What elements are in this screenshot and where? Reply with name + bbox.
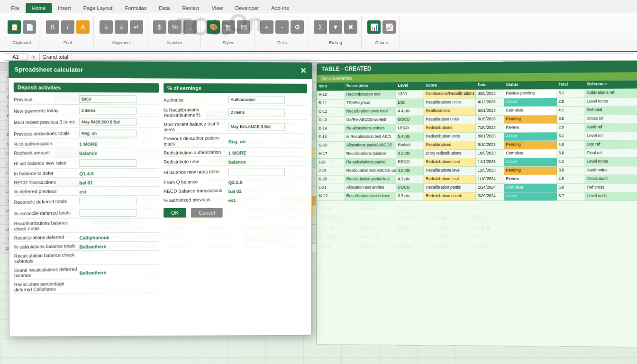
ok-button[interactable]: OK [164,208,186,218]
formula-bar-separator: fx [31,54,36,60]
dialog-row-7: Hi set balance new rates [14,159,159,168]
recent2-input[interactable] [228,123,285,130]
hi-set-input[interactable] [79,159,136,167]
tab-view[interactable]: View [206,3,229,13]
ribbon-content: 📋 📄 Clipboard B I A Font ≡ ≡ ↵ Alignment… [0,13,637,52]
tab-formulas[interactable]: Formulas [119,3,153,13]
dialog-right-row-3: Most recent balance test 3 items [164,121,307,134]
dialog-subsection-title: % of earnings [164,83,307,93]
align-label: Alignment [112,40,131,45]
dialog-right-row-6: Redistribute new balance [164,159,307,166]
col-header-item: Item [317,82,344,91]
edit-icons: Σ ▼ ✖ [314,20,357,34]
dialog-close-icon[interactable]: ✕ [300,66,306,75]
tab-review[interactable]: Review [176,3,206,13]
recalib-input[interactable] [228,109,285,116]
right-data-row: J-19 Reallocation test ABCDE-uu 3.8 pts … [317,166,637,175]
cancel-button[interactable]: Cancel [191,208,222,218]
dialog-body: Deposit activities Previous New payments… [9,78,312,336]
dialog-row-6: Recheck amount balance [14,150,159,157]
right-data-row: K-20 Recalculation partial test 4.1 pts … [317,175,637,184]
auth-input[interactable] [228,96,285,103]
ribbon-group-editing: Σ ▼ ✖ Editing [310,16,362,49]
deductions-input[interactable] [79,129,136,137]
fill-icon[interactable]: ▼ [329,20,342,34]
col-header-status: Status [504,81,557,90]
tab-addins[interactable]: Add-ins [265,3,295,13]
dialog-title: Spreadsheet calculator [15,66,83,73]
excel-ribbon: File Home Insert Page Layout Formulas Da… [0,0,637,52]
dialog-right-row-8: Prom Q balance Q2.5.8 [164,179,307,186]
sum-icon[interactable]: Σ [314,20,327,34]
dialog-right-row-2: % Recalibrations Redistributions % [164,107,307,120]
ribbon-group-font: B I A Font [42,16,94,49]
right-data-row: I-18 Re-calculations partial REGO Redist… [317,158,637,167]
cell-icons: + - ⚙ [260,20,304,34]
formula-bar-content[interactable]: Grand total [39,53,633,61]
cell-reference-box[interactable]: A1 [4,53,27,61]
dialog-row-2: New payments today [14,107,159,117]
align-left-icon[interactable]: ≡ [100,20,113,34]
italic-icon[interactable]: I [61,20,74,34]
right-panel-subtitle: Documentation [320,76,352,81]
watermark-tote: TOte [175,12,233,41]
tab-page-layout[interactable]: Page Layout [77,3,119,13]
dialog-row-17: Grand recalculations deferred balance Be… [14,267,159,280]
dialog-left-col: Deposit activities Previous New payments… [14,82,159,296]
font-label: Font [64,40,72,45]
bar-chart-icon[interactable]: 📊 [367,20,381,34]
bold-icon[interactable]: B [46,20,59,34]
new-payments-input[interactable] [79,107,136,114]
paste-icon[interactable]: 📋 [8,20,21,34]
format-cells-icon[interactable]: ⚙ [291,20,304,34]
align-icons: ≡ ≡ ↵ [100,20,143,34]
dialog-bottom-buttons: OK Cancel [164,208,307,218]
dialog-section-title: Deposit activities [14,82,159,92]
tab-file[interactable]: File [5,3,26,13]
wrap-icon[interactable]: ↵ [130,20,143,34]
dialog-row-1: Previous [14,95,159,105]
watermark-on: On [227,9,264,37]
pct-reconcile-input[interactable] [79,209,136,217]
dialog-right-row-10: % authorized previous est. [164,197,307,204]
tab-insert[interactable]: Insert [52,3,77,13]
dialog-row-16: Recalculation balance check subtotals [14,253,159,265]
chart-icons: 📊 📈 [367,20,396,34]
hi-bal-input[interactable] [228,168,284,175]
tab-data[interactable]: Data [153,3,176,13]
right-panel-title: TABLE - CREATED [321,65,371,73]
tab-home[interactable]: Home [26,3,52,13]
copy-icon[interactable]: 📄 [23,20,36,34]
clipboard-icons: 📋 📄 [8,20,36,34]
col-header-level: Level [396,82,424,90]
prev-balance-input[interactable] [79,95,136,103]
clear-icon[interactable]: ✖ [344,20,357,34]
dialog-row-15: % calculations balance totals Bellwether… [14,244,159,251]
clipboard-label: Clipboard [12,40,31,45]
number-label: Number [167,40,182,45]
col-header-date: Date [476,82,504,90]
ribbon-group-cells: + - ⚙ Cells [256,16,308,49]
col-header-ref: Reference [585,80,637,89]
delete-cells-icon[interactable]: - [275,20,289,34]
dialog-header: Spreadsheet calculator ✕ [9,61,312,79]
dialog-row-14: Recalculations deferred Calliphanous [14,235,159,242]
currency-icon[interactable]: $ [153,20,166,34]
ribbon-group-alignment: ≡ ≡ ↵ Alignment [96,16,147,49]
dialog-right-col: % of earnings Authorize % Recalibrations… [164,83,307,295]
col-header-total: Total [556,81,585,89]
reconcile-input[interactable] [79,198,136,205]
ribbon-tabs[interactable]: File Home Insert Page Layout Formulas Da… [0,0,637,13]
dialog-right-row-1: Authorize [164,96,307,106]
right-data-row: M-22 Recalibration test entries 3.3 pts … [317,192,637,201]
dialog-row-8: In balance to defer Q1.4.5 [14,171,159,178]
editing-label: Editing [329,40,342,45]
ribbon-group-charts: 📊 📈 Charts [364,16,400,49]
dialog-row-10: % deferred previous est [14,189,159,196]
recent-input[interactable] [79,118,136,126]
line-chart-icon[interactable]: 📈 [382,20,396,34]
col-header-score: Score [424,82,476,90]
highlight-icon[interactable]: A [76,20,90,34]
align-center-icon[interactable]: ≡ [115,20,128,34]
charts-label: Charts [375,40,388,45]
